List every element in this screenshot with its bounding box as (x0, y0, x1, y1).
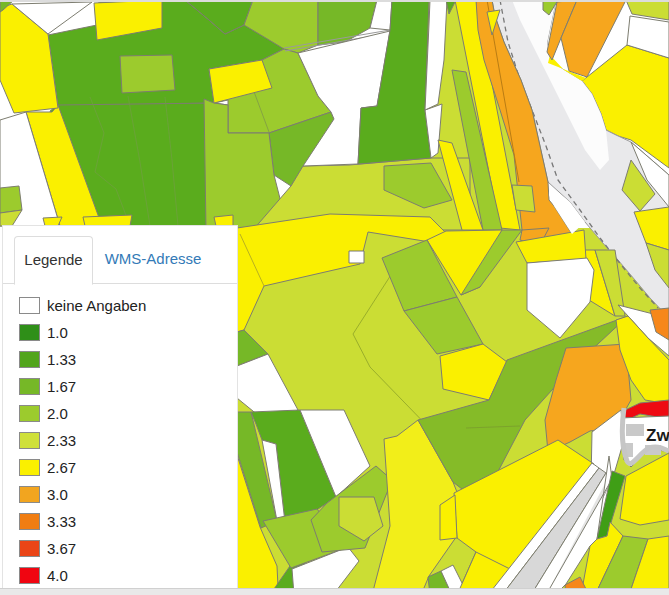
svg-text:Zw: Zw (646, 426, 669, 445)
